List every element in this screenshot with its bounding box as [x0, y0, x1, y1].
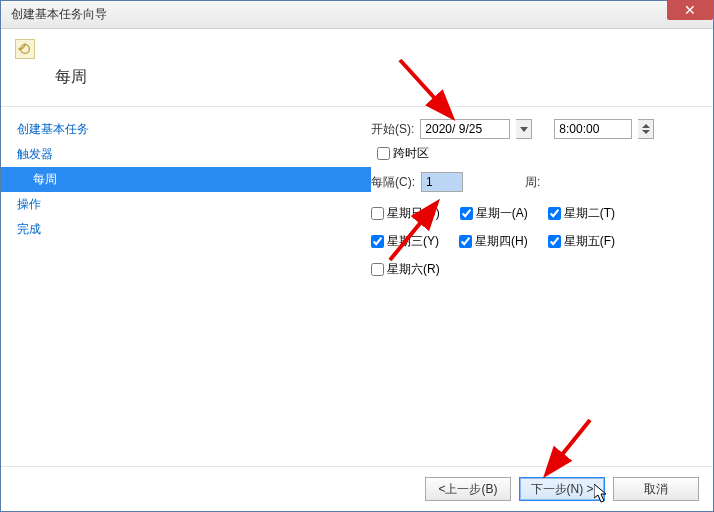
- day-fri[interactable]: 星期五(F): [548, 230, 615, 252]
- crosstz-checkbox[interactable]: 跨时区: [377, 145, 429, 162]
- day-mon-label: 星期一(A): [476, 202, 528, 224]
- day-tue-input[interactable]: [548, 207, 561, 220]
- day-sun[interactable]: 星期日(U): [371, 202, 440, 224]
- window-title: 创建基本任务向导: [11, 6, 107, 23]
- body: 创建基本任务 触发器 每周 操作 完成 开始(S): 2020/ 9/25 8:…: [1, 107, 713, 466]
- page-title: 每周: [55, 67, 699, 88]
- sidebar-item-weekly[interactable]: 每周: [1, 167, 371, 192]
- day-fri-input[interactable]: [548, 235, 561, 248]
- sidebar-item-trigger[interactable]: 触发器: [1, 142, 371, 167]
- spinner-down-icon: [642, 130, 650, 134]
- days-row: 星期日(U) 星期一(A) 星期二(T) 星期三(Y) 星期四(H) 星期五(F…: [371, 202, 699, 280]
- cancel-button[interactable]: 取消: [613, 477, 699, 501]
- close-icon: ✕: [684, 2, 696, 18]
- time-value: 8:00:00: [559, 122, 599, 136]
- time-spinner[interactable]: [638, 119, 654, 139]
- header-section: 每周: [1, 29, 713, 107]
- date-input[interactable]: 2020/ 9/25: [420, 119, 510, 139]
- day-tue-label: 星期二(T): [564, 202, 615, 224]
- chevron-down-icon: [520, 127, 528, 132]
- day-sun-label: 星期日(U): [387, 202, 440, 224]
- sidebar-item-action[interactable]: 操作: [1, 192, 371, 217]
- day-sun-input[interactable]: [371, 207, 384, 220]
- day-thu-input[interactable]: [459, 235, 472, 248]
- spinner-up-icon: [642, 124, 650, 128]
- svg-marker-1: [18, 47, 20, 51]
- interval-row: 每隔(C): 1 周:: [371, 172, 699, 192]
- day-sat-input[interactable]: [371, 263, 384, 276]
- sidebar-item-create-task[interactable]: 创建基本任务: [1, 117, 371, 142]
- day-thu-label: 星期四(H): [475, 230, 528, 252]
- day-sat[interactable]: 星期六(R): [371, 258, 440, 280]
- time-input[interactable]: 8:00:00: [554, 119, 632, 139]
- day-fri-label: 星期五(F): [564, 230, 615, 252]
- day-wed[interactable]: 星期三(Y): [371, 230, 439, 252]
- wizard-icon: [15, 39, 35, 59]
- date-dropdown[interactable]: [516, 119, 532, 139]
- day-wed-label: 星期三(Y): [387, 230, 439, 252]
- day-wed-input[interactable]: [371, 235, 384, 248]
- sidebar-item-finish[interactable]: 完成: [1, 217, 371, 242]
- sidebar: 创建基本任务 触发器 每周 操作 完成: [1, 107, 371, 466]
- wizard-window: 创建基本任务向导 ✕ 每周 创建基本任务 触发器 每周 操作 完成 开始(S):…: [0, 0, 714, 512]
- close-button[interactable]: ✕: [667, 0, 713, 20]
- interval-label: 每隔(C):: [371, 174, 415, 191]
- day-sat-label: 星期六(R): [387, 258, 440, 280]
- footer: <上一步(B) 下一步(N) > 取消: [1, 466, 713, 511]
- next-button[interactable]: 下一步(N) >: [519, 477, 605, 501]
- day-thu[interactable]: 星期四(H): [459, 230, 528, 252]
- crosstz-input[interactable]: [377, 147, 390, 160]
- crosstz-label: 跨时区: [393, 145, 429, 162]
- titlebar: 创建基本任务向导 ✕: [1, 1, 713, 29]
- content-pane: 开始(S): 2020/ 9/25 8:00:00 跨时区 每隔(C): 1: [371, 107, 713, 466]
- back-button[interactable]: <上一步(B): [425, 477, 511, 501]
- interval-value: 1: [426, 175, 433, 189]
- day-mon[interactable]: 星期一(A): [460, 202, 528, 224]
- date-value: 2020/ 9/25: [425, 122, 482, 136]
- day-mon-input[interactable]: [460, 207, 473, 220]
- day-tue[interactable]: 星期二(T): [548, 202, 615, 224]
- start-row: 开始(S): 2020/ 9/25 8:00:00 跨时区: [371, 119, 699, 162]
- weeks-label: 周:: [525, 174, 540, 191]
- start-label: 开始(S):: [371, 121, 414, 138]
- interval-input[interactable]: 1: [421, 172, 463, 192]
